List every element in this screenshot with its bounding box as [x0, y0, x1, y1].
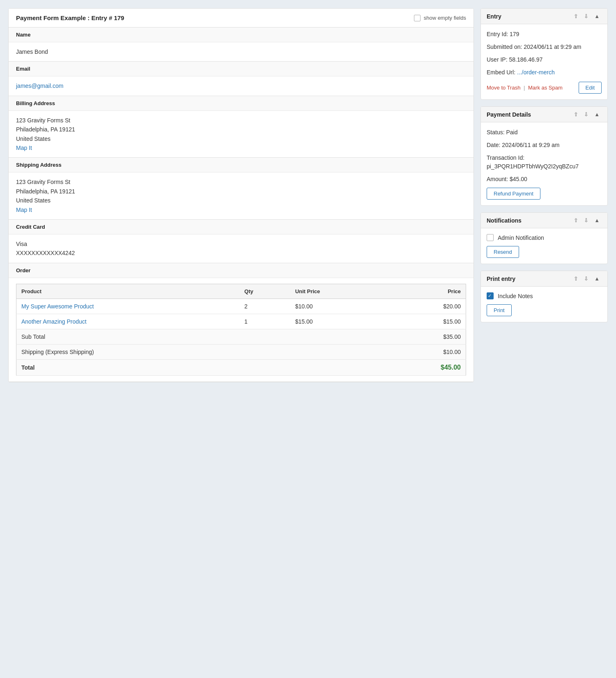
- user-ip-value: 58.186.46.97: [509, 56, 542, 63]
- notification-row: Admin Notification: [487, 234, 602, 241]
- table-header-row: Product Qty Unit Price Price: [16, 284, 466, 299]
- print-widget-up[interactable]: ⇧: [572, 275, 580, 282]
- resend-button[interactable]: Resend: [487, 246, 519, 258]
- spam-link[interactable]: Mark as Spam: [528, 85, 563, 91]
- page-layout: Payment Form Example : Entry # 179 show …: [8, 8, 608, 382]
- print-widget-down[interactable]: ⇩: [582, 275, 591, 282]
- notifications-widget-up[interactable]: ⇧: [572, 217, 580, 224]
- field-email-value: james@gmail.com: [9, 76, 473, 95]
- billing-country: United States: [16, 134, 466, 143]
- notifications-widget-down[interactable]: ⇩: [582, 217, 591, 224]
- payment-status-row: Status: Paid: [487, 128, 602, 137]
- entry-widget-down[interactable]: ⇩: [582, 13, 591, 20]
- shipping-street: 123 Gravity Forms St: [16, 177, 466, 186]
- product-2-link[interactable]: Another Amazing Product: [21, 318, 87, 325]
- shipping-row: Shipping (Express Shipping) $10.00: [16, 344, 466, 359]
- product-2-unit-price: $15.00: [290, 314, 384, 329]
- table-row: My Super Awesome Product 2 $10.00 $20.00: [16, 299, 466, 314]
- field-shipping-value: 123 Gravity Forms St Philadelphia, PA 19…: [9, 172, 473, 219]
- notifications-widget-controls: ⇧ ⇩ ▲: [572, 217, 602, 224]
- shipping-value: $10.00: [384, 344, 466, 359]
- product-1-link[interactable]: My Super Awesome Product: [21, 303, 94, 310]
- shipping-map-link[interactable]: Map It: [16, 207, 32, 213]
- trash-link[interactable]: Move to Trash: [487, 85, 520, 91]
- payment-widget-up[interactable]: ⇧: [572, 111, 580, 118]
- card-number: XXXXXXXXXXXX4242: [16, 248, 466, 257]
- total-amount: $45.00: [441, 364, 461, 371]
- print-widget: Print entry ⇧ ⇩ ▲ Include Notes Print: [480, 271, 608, 322]
- print-button[interactable]: Print: [487, 304, 512, 316]
- field-credit-card-label: Credit Card: [9, 220, 473, 234]
- field-shipping-section: Shipping Address 123 Gravity Forms St Ph…: [9, 158, 473, 220]
- field-email-label: Email: [9, 62, 473, 76]
- field-order-label: Order: [9, 263, 473, 278]
- right-panel: Entry ⇧ ⇩ ▲ Entry Id: 179 Submitted on: …: [480, 8, 608, 382]
- payment-widget-down[interactable]: ⇩: [582, 111, 591, 118]
- embed-url-row: Embed Url: .../order-merch: [487, 68, 602, 77]
- payment-amount-row: Amount: $45.00: [487, 175, 602, 184]
- field-credit-card-section: Credit Card Visa XXXXXXXXXXXX4242: [9, 220, 473, 263]
- submitted-row: Submitted on: 2024/06/11 at 9:29 am: [487, 43, 602, 51]
- col-price: Price: [384, 284, 466, 299]
- product-2-name: Another Amazing Product: [16, 314, 240, 329]
- product-1-price: $20.00: [384, 299, 466, 314]
- entry-widget-collapse[interactable]: ▲: [592, 13, 602, 20]
- total-value: $45.00: [384, 359, 466, 375]
- main-panel: Payment Form Example : Entry # 179 show …: [8, 8, 474, 382]
- print-widget-collapse[interactable]: ▲: [592, 275, 602, 282]
- entry-id-label: Entry Id:: [487, 31, 508, 37]
- edit-button[interactable]: Edit: [579, 82, 602, 94]
- card-type: Visa: [16, 239, 466, 248]
- billing-city: Philadelphia, PA 19121: [16, 125, 466, 134]
- print-widget-controls: ⇧ ⇩ ▲: [572, 275, 602, 282]
- field-name-value: James Bond: [9, 42, 473, 61]
- payment-widget-body: Status: Paid Date: 2024/06/11 at 9:29 am…: [481, 122, 607, 205]
- subtotal-value: $35.00: [384, 329, 466, 344]
- refund-row: Refund Payment: [487, 188, 602, 200]
- field-billing-label: Billing Address: [9, 96, 473, 111]
- embed-url-label: Embed Url:: [487, 69, 515, 76]
- show-empty-fields-checkbox[interactable]: [414, 15, 421, 21]
- payment-widget-collapse[interactable]: ▲: [592, 111, 602, 118]
- payment-date-row: Date: 2024/06/11 at 9:29 am: [487, 141, 602, 149]
- field-billing-section: Billing Address 123 Gravity Forms St Phi…: [9, 96, 473, 158]
- submitted-value: 2024/06/11 at 9:29 am: [524, 44, 581, 50]
- field-name-section: Name James Bond: [9, 28, 473, 62]
- refund-button[interactable]: Refund Payment: [487, 188, 540, 200]
- payment-status-value: Paid: [506, 129, 517, 136]
- include-notes-checkbox[interactable]: [487, 292, 494, 299]
- product-1-name: My Super Awesome Product: [16, 299, 240, 314]
- submitted-label: Submitted on:: [487, 44, 522, 50]
- transaction-id-label: Transaction Id:: [487, 154, 524, 161]
- billing-map-link[interactable]: Map It: [16, 145, 32, 151]
- email-link[interactable]: james@gmail.com: [16, 83, 63, 89]
- col-qty: Qty: [239, 284, 290, 299]
- embed-url-link[interactable]: .../order-merch: [517, 69, 555, 76]
- subtotal-label: Sub Total: [16, 329, 384, 344]
- entry-actions: Move to Trash | Mark as Spam Edit: [487, 82, 602, 94]
- admin-notification-checkbox[interactable]: [487, 234, 494, 241]
- notifications-widget-collapse[interactable]: ▲: [592, 217, 602, 224]
- print-widget-title: Print entry: [487, 276, 515, 282]
- product-1-qty: 2: [239, 299, 290, 314]
- main-header: Payment Form Example : Entry # 179 show …: [9, 9, 473, 28]
- entry-widget-header: Entry ⇧ ⇩ ▲: [481, 9, 607, 24]
- admin-notification-label: Admin Notification: [498, 234, 544, 241]
- entry-widget-up[interactable]: ⇧: [572, 13, 580, 20]
- field-name-label: Name: [9, 28, 473, 42]
- show-empty-fields-label: show empty fields: [424, 15, 466, 21]
- total-row: Total $45.00: [16, 359, 466, 375]
- print-widget-body: Include Notes Print: [481, 287, 607, 322]
- order-table: Product Qty Unit Price Price My Super Aw…: [16, 284, 466, 376]
- transaction-id-value: pi_3PQR1HDPTbhWyQ2I2yqBZcu7: [487, 163, 579, 170]
- payment-widget-controls: ⇧ ⇩ ▲: [572, 111, 602, 118]
- notifications-widget-title: Notifications: [487, 217, 522, 224]
- shipping-label: Shipping (Express Shipping): [16, 344, 384, 359]
- entry-widget-controls: ⇧ ⇩ ▲: [572, 13, 602, 20]
- billing-street: 123 Gravity Forms St: [16, 116, 466, 125]
- entry-id-value: 179: [510, 31, 519, 37]
- payment-widget: Payment Details ⇧ ⇩ ▲ Status: Paid Date:…: [480, 106, 608, 206]
- transaction-id-row: Transaction Id: pi_3PQR1HDPTbhWyQ2I2yqBZ…: [487, 154, 602, 171]
- notifications-widget-body: Admin Notification Resend: [481, 228, 607, 264]
- product-2-qty: 1: [239, 314, 290, 329]
